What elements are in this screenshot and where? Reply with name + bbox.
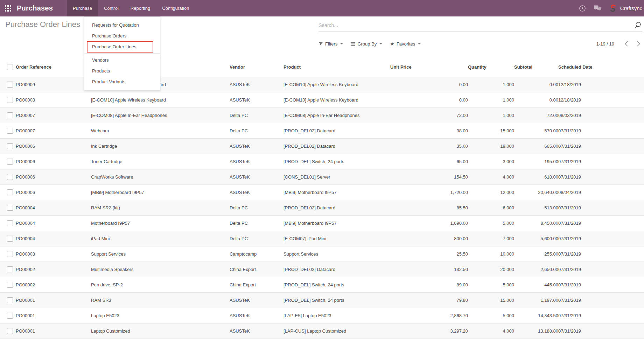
- table-row[interactable]: PO00004 iPad Mini Delta PC [E-COM07] iPa…: [0, 231, 644, 246]
- messages-chat-icon[interactable]: [593, 5, 602, 12]
- cell-description[interactable]: RAM SR3: [91, 293, 230, 308]
- select-all-checkbox[interactable]: [7, 64, 13, 70]
- cell-vendor[interactable]: ASUSTeK: [230, 323, 284, 339]
- cell-subtotal[interactable]: 0.00: [514, 77, 558, 92]
- cell-order-reference[interactable]: PO00008: [16, 92, 91, 108]
- cell-quantity[interactable]: 6.000: [468, 200, 514, 216]
- cell-product[interactable]: [PROD_DEL] Switch, 24 ports: [284, 277, 390, 293]
- col-product[interactable]: Product: [284, 57, 390, 77]
- cell-order-reference[interactable]: PO00002: [16, 262, 91, 277]
- cell-subtotal[interactable]: 20,640.00: [514, 185, 558, 200]
- col-scheduled-date[interactable]: Scheduled Date: [558, 57, 644, 77]
- row-checkbox[interactable]: [7, 266, 13, 272]
- cell-unit-price[interactable]: 25.50: [390, 246, 468, 262]
- cell-subtotal[interactable]: 8,450.00: [514, 216, 558, 231]
- cell-subtotal[interactable]: 72.00: [514, 108, 558, 123]
- cell-description[interactable]: [E-COM10] Apple Wireless Keyboard: [91, 92, 230, 108]
- table-row[interactable]: PO00003 Support Services Camptocamp Supp…: [0, 246, 644, 262]
- cell-vendor[interactable]: Delta PC: [230, 231, 284, 246]
- cell-order-reference[interactable]: PO00001: [16, 293, 91, 308]
- cell-description[interactable]: Motherboard I9P57: [91, 216, 230, 231]
- cell-description[interactable]: Toner Cartridge: [91, 154, 230, 169]
- cell-quantity[interactable]: 7.000: [468, 231, 514, 246]
- cell-unit-price[interactable]: 2,868.70: [390, 308, 468, 323]
- cell-subtotal[interactable]: 255.00: [514, 246, 558, 262]
- cell-vendor[interactable]: ASUSTeK: [230, 77, 284, 92]
- cell-vendor[interactable]: ASUSTeK: [230, 185, 284, 200]
- cell-product[interactable]: [CONS_DEL01] Server: [284, 169, 390, 185]
- cell-vendor[interactable]: ASUSTeK: [230, 169, 284, 185]
- row-checkbox[interactable]: [7, 128, 13, 134]
- table-row[interactable]: PO00002 Multimedia Speakers China Export…: [0, 262, 644, 277]
- table-row[interactable]: PO00006 [MBi9] Motherboard I9P57 ASUSTeK…: [0, 185, 644, 200]
- cell-order-reference[interactable]: PO00002: [16, 277, 91, 293]
- cell-order-reference[interactable]: PO00006: [16, 139, 91, 154]
- cell-description[interactable]: Laptop E5023: [91, 308, 230, 323]
- cell-description[interactable]: Multimedia Speakers: [91, 262, 230, 277]
- cell-scheduled-date[interactable]: 12/18/2019: [558, 77, 644, 92]
- col-quantity[interactable]: Quantity: [468, 57, 514, 77]
- cell-order-reference[interactable]: PO00006: [16, 185, 91, 200]
- pager-range[interactable]: 1-19 / 19: [596, 41, 614, 47]
- menu-purchase[interactable]: Purchase: [67, 0, 98, 16]
- cell-vendor[interactable]: Delta PC: [230, 216, 284, 231]
- cell-unit-price[interactable]: 800.00: [390, 231, 468, 246]
- cell-unit-price[interactable]: 3,297.20: [390, 323, 468, 339]
- table-row[interactable]: PO00008 [E-COM10] Apple Wireless Keyboar…: [0, 92, 644, 108]
- table-row[interactable]: PO00002 Pen drive, SP-2 China Export [PR…: [0, 277, 644, 293]
- cell-quantity[interactable]: 1.000: [468, 108, 514, 123]
- cell-quantity[interactable]: 4.000: [468, 323, 514, 339]
- row-checkbox[interactable]: [7, 82, 13, 88]
- cell-unit-price[interactable]: 35.00: [390, 139, 468, 154]
- cell-quantity[interactable]: 20.000: [468, 262, 514, 277]
- cell-vendor[interactable]: ASUSTeK: [230, 308, 284, 323]
- menu-reporting[interactable]: Reporting: [125, 0, 156, 16]
- cell-scheduled-date[interactable]: 07/31/2019: [558, 216, 644, 231]
- cell-subtotal[interactable]: 13,188.80: [514, 323, 558, 339]
- row-checkbox[interactable]: [7, 297, 13, 303]
- cell-unit-price[interactable]: 72.00: [390, 108, 468, 123]
- pager-previous-button[interactable]: [623, 40, 630, 48]
- cell-order-reference[interactable]: PO00003: [16, 246, 91, 262]
- cell-order-reference[interactable]: PO00009: [16, 77, 91, 92]
- cell-subtotal[interactable]: 665.00: [514, 139, 558, 154]
- cell-vendor[interactable]: ASUSTeK: [230, 139, 284, 154]
- row-checkbox[interactable]: [7, 205, 13, 211]
- row-checkbox[interactable]: [7, 236, 13, 242]
- cell-scheduled-date[interactable]: 07/31/2019: [558, 308, 644, 323]
- cell-subtotal[interactable]: 195.00: [514, 154, 558, 169]
- menu-control[interactable]: Control: [98, 0, 125, 16]
- table-row[interactable]: PO00007 [E-COM08] Apple In-Ear Headphone…: [0, 108, 644, 123]
- col-subtotal[interactable]: Subtotal: [514, 57, 558, 77]
- cell-order-reference[interactable]: PO00001: [16, 323, 91, 339]
- table-row[interactable]: PO00001 RAM SR3 ASUSTeK [PROD_DEL] Switc…: [0, 293, 644, 308]
- activities-clock-icon[interactable]: [579, 5, 586, 12]
- apps-grid-icon[interactable]: [0, 0, 16, 16]
- col-order-reference[interactable]: Order Reference: [16, 57, 91, 77]
- cell-vendor[interactable]: Delta PC: [230, 200, 284, 216]
- cell-description[interactable]: GrapWorks Software: [91, 169, 230, 185]
- cell-unit-price[interactable]: 79.80: [390, 293, 468, 308]
- cell-scheduled-date[interactable]: 08/04/2019: [558, 185, 644, 200]
- cell-subtotal[interactable]: 513.00: [514, 200, 558, 216]
- cell-product[interactable]: [PROD_DEL] Switch, 24 ports: [284, 293, 390, 308]
- table-row[interactable]: PO00006 GrapWorks Software ASUSTeK [CONS…: [0, 169, 644, 185]
- cell-subtotal[interactable]: 445.00: [514, 277, 558, 293]
- cell-quantity[interactable]: 15.000: [468, 123, 514, 139]
- cell-unit-price[interactable]: 154.50: [390, 169, 468, 185]
- cell-product[interactable]: [PROD_DEL02] Datacard: [284, 139, 390, 154]
- cell-scheduled-date[interactable]: 07/31/2019: [558, 139, 644, 154]
- menu-item-products[interactable]: Products: [84, 65, 160, 76]
- cell-scheduled-date[interactable]: 12/18/2019: [558, 92, 644, 108]
- cell-product[interactable]: [PROD_DEL02] Datacard: [284, 262, 390, 277]
- cell-scheduled-date[interactable]: 07/31/2019: [558, 169, 644, 185]
- table-row[interactable]: PO00001 Laptop E5023 ASUSTeK [LAP-E5] La…: [0, 308, 644, 323]
- cell-scheduled-date[interactable]: 07/31/2019: [558, 277, 644, 293]
- cell-scheduled-date[interactable]: 07/31/2019: [558, 323, 644, 339]
- row-checkbox[interactable]: [7, 112, 13, 118]
- cell-unit-price[interactable]: 65.00: [390, 154, 468, 169]
- cell-unit-price[interactable]: 85.50: [390, 200, 468, 216]
- cell-scheduled-date[interactable]: 07/31/2019: [558, 200, 644, 216]
- cell-vendor[interactable]: ASUSTeK: [230, 92, 284, 108]
- row-checkbox[interactable]: [7, 282, 13, 288]
